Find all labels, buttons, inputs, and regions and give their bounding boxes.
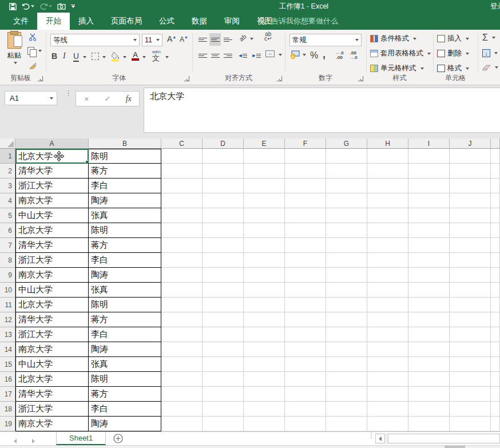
cell-D5[interactable] <box>203 208 244 223</box>
cell-E15[interactable] <box>244 357 285 372</box>
ribbon-tab-开始[interactable]: 开始 <box>37 13 70 30</box>
underline-button[interactable]: U <box>73 51 79 62</box>
cell-H13[interactable] <box>367 327 408 342</box>
cell-I9[interactable] <box>408 268 450 283</box>
undo-dropdown-icon[interactable] <box>31 5 34 7</box>
cell-J11[interactable] <box>450 298 491 312</box>
column-header-C[interactable]: C <box>161 138 203 149</box>
cell-H4[interactable] <box>367 193 408 208</box>
cell-J9[interactable] <box>450 268 491 283</box>
cell-C13[interactable] <box>161 327 203 342</box>
insert-function-icon[interactable]: fx <box>118 92 139 106</box>
formula-bar-splitter[interactable]: ⋮ <box>65 91 72 96</box>
cell-F6[interactable] <box>285 223 326 238</box>
scrollbar-thumb[interactable] <box>388 434 500 443</box>
cell-E2[interactable] <box>244 164 285 179</box>
cell-B4[interactable]: 陶涛 <box>89 193 161 208</box>
camera-icon[interactable] <box>57 3 66 10</box>
cell-C14[interactable] <box>161 342 203 357</box>
cell-G14[interactable] <box>326 342 367 357</box>
cell-J15[interactable] <box>450 357 491 372</box>
cell-F16[interactable] <box>285 372 326 387</box>
column-header-F[interactable]: F <box>285 138 326 149</box>
cell-D17[interactable] <box>203 387 244 402</box>
cell-C2[interactable] <box>161 164 203 179</box>
decrease-decimal-icon[interactable]: .00→.0 <box>349 51 358 60</box>
align-middle-icon[interactable] <box>209 33 221 46</box>
cell-A10[interactable]: 中山大学 <box>15 283 89 298</box>
cell-J14[interactable] <box>450 342 491 357</box>
tab-file[interactable]: 文件 <box>5 13 37 30</box>
row-header-14[interactable]: 14 <box>0 342 15 357</box>
row-header-4[interactable]: 4 <box>0 193 15 208</box>
cell-G1[interactable] <box>326 149 367 164</box>
row-header-5[interactable]: 5 <box>0 208 15 223</box>
column-header-H[interactable]: H <box>367 138 408 149</box>
cell-A13[interactable]: 浙江大学 <box>15 327 89 342</box>
column-header-B[interactable]: B <box>89 138 161 149</box>
phonetic-guide-icon[interactable]: wén文 <box>152 50 161 64</box>
row-header-10[interactable]: 10 <box>0 283 15 298</box>
cell-J1[interactable] <box>450 149 491 164</box>
cell-E12[interactable] <box>244 312 285 327</box>
cell-B9[interactable]: 陶涛 <box>89 268 161 283</box>
cell-J16[interactable] <box>450 372 491 387</box>
cell-E4[interactable] <box>244 193 285 208</box>
cell-F11[interactable] <box>285 298 326 312</box>
cell-I8[interactable] <box>408 253 450 268</box>
cell-B7[interactable]: 蒋方 <box>89 238 161 253</box>
column-header-D[interactable]: D <box>203 138 244 149</box>
align-top-icon[interactable] <box>197 33 208 46</box>
cell-I7[interactable] <box>408 238 450 253</box>
ribbon-tab-审阅[interactable]: 审阅 <box>216 13 248 30</box>
cell-C19[interactable] <box>161 417 203 431</box>
cell-F7[interactable] <box>285 238 326 253</box>
cell-C16[interactable] <box>161 372 203 387</box>
increase-font-icon[interactable]: A▲ <box>167 34 176 43</box>
row-header-12[interactable]: 12 <box>0 312 15 327</box>
fill-color-dropdown-icon[interactable] <box>123 56 126 58</box>
cell-H14[interactable] <box>367 342 408 357</box>
row-header-13[interactable]: 13 <box>0 327 15 342</box>
cell-A11[interactable]: 北京大学 <box>15 298 89 312</box>
cell-E10[interactable] <box>244 283 285 298</box>
new-sheet-icon[interactable] <box>113 434 123 445</box>
cell-B6[interactable]: 陈明 <box>89 223 161 238</box>
cut-icon[interactable] <box>29 33 37 43</box>
cell-C8[interactable] <box>161 253 203 268</box>
sign-in-label[interactable]: 登录 <box>490 2 500 11</box>
cell-H8[interactable] <box>367 253 408 268</box>
cell-A12[interactable]: 清华大学 <box>15 312 89 327</box>
cell-H9[interactable] <box>367 268 408 283</box>
row-header-2[interactable]: 2 <box>0 164 15 179</box>
cell-C18[interactable] <box>161 402 203 417</box>
cell-I2[interactable] <box>408 164 450 179</box>
align-center-icon[interactable] <box>209 49 221 62</box>
cell-B14[interactable]: 陶涛 <box>89 342 161 357</box>
cell-I4[interactable] <box>408 193 450 208</box>
cell-E5[interactable] <box>244 208 285 223</box>
cell-B2[interactable]: 蒋方 <box>89 164 161 179</box>
cell-F1[interactable] <box>285 149 326 164</box>
cell-J2[interactable] <box>450 164 491 179</box>
cell-C5[interactable] <box>161 208 203 223</box>
cell-C6[interactable] <box>161 223 203 238</box>
increase-indent-icon[interactable]: ► <box>251 49 262 62</box>
cell-C11[interactable] <box>161 298 203 312</box>
font-dialog-launcher-icon[interactable] <box>184 76 189 81</box>
cell-E3[interactable] <box>244 179 285 193</box>
cell-F10[interactable] <box>285 283 326 298</box>
sheet-nav-next-icon[interactable] <box>32 437 35 445</box>
name-box-dropdown-icon[interactable] <box>50 97 53 100</box>
cell-C9[interactable] <box>161 268 203 283</box>
cell-D15[interactable] <box>203 357 244 372</box>
customize-qat-icon[interactable] <box>71 5 75 8</box>
borders-dropdown-icon[interactable] <box>102 56 106 58</box>
row-header-18[interactable]: 18 <box>0 402 15 417</box>
column-header-A[interactable]: A <box>15 138 89 149</box>
cell-H10[interactable] <box>367 283 408 298</box>
font-size-combo[interactable]: 11 <box>142 34 162 46</box>
cell-D7[interactable] <box>203 238 244 253</box>
cell-E17[interactable] <box>244 387 285 402</box>
cell-G19[interactable] <box>326 417 367 431</box>
